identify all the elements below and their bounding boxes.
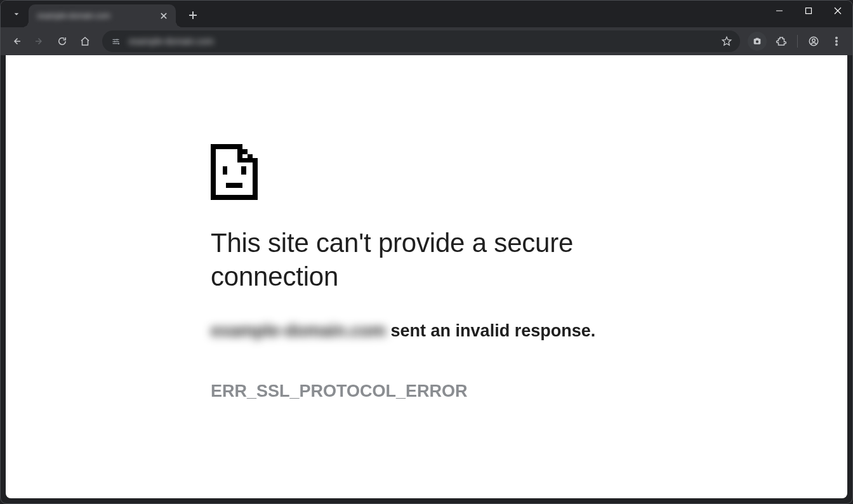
arrow-left-icon: [11, 36, 22, 47]
error-suffix: sent an invalid response.: [386, 321, 595, 340]
svg-point-1: [116, 39, 118, 41]
svg-rect-20: [226, 183, 242, 188]
svg-rect-0: [806, 8, 812, 14]
chevron-down-icon: [11, 9, 22, 19]
error-description: example-domain.com sent an invalid respo…: [211, 320, 642, 342]
svg-rect-15: [237, 158, 258, 163]
close-icon: [834, 7, 842, 15]
profile-button[interactable]: [803, 30, 824, 52]
arrow-right-icon: [34, 36, 45, 47]
close-tab-button[interactable]: [158, 10, 169, 22]
sad-page-icon: [211, 144, 642, 200]
svg-rect-11: [211, 144, 216, 199]
svg-rect-18: [223, 166, 228, 175]
tune-icon: [111, 37, 121, 46]
url-display: example-domain.com: [129, 36, 711, 46]
star-icon: [721, 36, 732, 47]
svg-point-8: [836, 41, 837, 42]
bookmark-button[interactable]: [717, 32, 736, 51]
profile-icon: [808, 36, 819, 47]
reload-button[interactable]: [51, 30, 73, 52]
maximize-icon: [805, 7, 812, 15]
close-icon: [161, 13, 167, 19]
chrome-menu-button[interactable]: [826, 30, 847, 52]
svg-rect-17: [248, 154, 253, 159]
error-heading: This site can't provide a secure connect…: [211, 227, 642, 293]
active-tab[interactable]: example-domain.com: [29, 4, 176, 27]
site-settings-chip[interactable]: [109, 34, 122, 48]
svg-point-3: [117, 43, 119, 44]
svg-rect-16: [242, 149, 248, 154]
home-button[interactable]: [74, 30, 96, 52]
error-code: ERR_SSL_PROTOCOL_ERROR: [211, 381, 642, 401]
new-tab-button[interactable]: [183, 6, 202, 25]
close-window-button[interactable]: [823, 1, 852, 21]
svg-point-4: [756, 41, 758, 43]
svg-point-9: [836, 44, 837, 45]
google-lens-button[interactable]: [748, 32, 767, 51]
tab-title: example-domain.com: [37, 11, 158, 20]
minimize-icon: [776, 7, 783, 15]
forward-button[interactable]: [29, 30, 50, 52]
toolbar-right: [770, 30, 847, 52]
reload-icon: [56, 36, 68, 47]
maximize-button[interactable]: [794, 1, 823, 21]
browser-chrome: example-domain.com: [1, 1, 852, 55]
camera-icon: [752, 36, 762, 46]
omnibox-actions: [717, 32, 736, 51]
kebab-icon: [831, 36, 842, 47]
svg-rect-12: [211, 195, 258, 200]
window-controls: [765, 1, 852, 27]
svg-rect-13: [253, 159, 258, 199]
home-icon: [79, 36, 91, 47]
ssl-error-page: This site can't provide a secure connect…: [198, 55, 655, 401]
svg-point-7: [836, 37, 837, 39]
svg-point-2: [114, 41, 116, 43]
extensions-button[interactable]: [770, 30, 792, 52]
svg-rect-19: [241, 166, 246, 175]
error-domain: example-domain.com: [211, 321, 386, 340]
page-viewport: This site can't provide a secure connect…: [6, 55, 847, 498]
svg-point-6: [812, 39, 816, 42]
tab-strip: example-domain.com: [1, 1, 852, 27]
minimize-button[interactable]: [765, 1, 794, 21]
toolbar: example-domain.com: [1, 27, 852, 55]
plus-icon: [188, 11, 197, 20]
back-button[interactable]: [6, 30, 27, 52]
extension-icon: [776, 36, 787, 47]
divider: [797, 35, 798, 48]
address-bar[interactable]: example-domain.com: [102, 30, 740, 52]
